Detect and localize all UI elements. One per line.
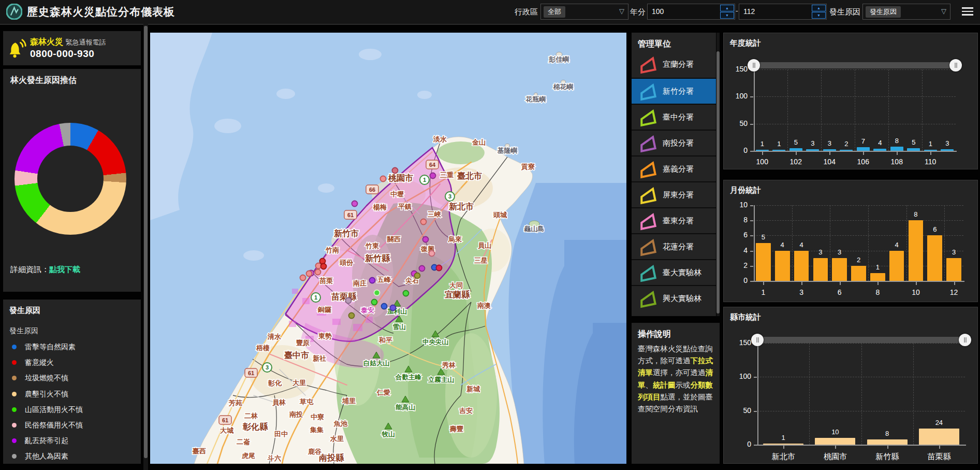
map[interactable]: 64666161611133 臺北市新北市桃園市新竹市新竹縣苗栗縣宜蘭縣臺中市彰… bbox=[150, 33, 626, 464]
bar-105[interactable] bbox=[840, 150, 853, 151]
bar-10[interactable] bbox=[909, 220, 924, 281]
cause-select[interactable]: 發生原因 ▽ bbox=[862, 4, 950, 20]
bar-108[interactable] bbox=[890, 147, 903, 151]
bar-109[interactable] bbox=[907, 148, 920, 151]
fire-point-marker[interactable] bbox=[315, 269, 321, 275]
range-slider-track[interactable] bbox=[748, 62, 962, 68]
management-item-臺東分署[interactable]: 臺東分署 bbox=[632, 207, 716, 233]
fire-point-marker[interactable] bbox=[419, 266, 425, 272]
fire-point-marker[interactable] bbox=[306, 271, 312, 277]
management-item-花蓮分署[interactable]: 花蓮分署 bbox=[632, 233, 716, 259]
range-slider-track[interactable] bbox=[751, 337, 971, 343]
bar-苗栗縣[interactable] bbox=[919, 429, 959, 445]
management-item-南投分署[interactable]: 南投分署 bbox=[632, 130, 716, 155]
bar-102[interactable] bbox=[789, 148, 802, 151]
fire-point-marker[interactable] bbox=[390, 305, 396, 311]
management-item-屏東分署[interactable]: 屏東分署 bbox=[632, 181, 716, 207]
bar-3[interactable] bbox=[794, 251, 809, 281]
legend-item-7[interactable]: 亂丟菸蒂引起 bbox=[3, 434, 141, 448]
bar-101[interactable] bbox=[772, 150, 785, 151]
menu-icon[interactable] bbox=[962, 7, 973, 17]
bar-106[interactable] bbox=[857, 147, 870, 151]
x-axis-tick bbox=[939, 446, 940, 449]
year-from-input[interactable]: 100 ▲ ▼ bbox=[647, 4, 735, 20]
management-item-臺大實驗林[interactable]: 臺大實驗林 bbox=[632, 259, 716, 285]
cause-donut-chart[interactable] bbox=[14, 123, 126, 235]
fire-point-marker[interactable] bbox=[415, 273, 420, 279]
instructions-highlight[interactable]: 統計圖 bbox=[653, 381, 676, 389]
management-item-新竹分署[interactable]: 新竹分署 bbox=[632, 78, 716, 104]
bar-桃園市[interactable] bbox=[815, 438, 855, 445]
fire-point-marker[interactable] bbox=[300, 275, 306, 281]
year-to-increment-button[interactable]: ▲ bbox=[812, 5, 826, 11]
bar-1[interactable] bbox=[756, 243, 771, 281]
range-slider-handle-right[interactable] bbox=[959, 334, 971, 346]
bar-8[interactable] bbox=[870, 273, 885, 281]
bar-100[interactable] bbox=[756, 150, 769, 151]
fire-point-marker[interactable] bbox=[370, 278, 375, 283]
fire-point-marker[interactable] bbox=[349, 313, 355, 319]
range-slider-handle-right[interactable] bbox=[949, 59, 962, 72]
fire-point-marker[interactable] bbox=[372, 300, 377, 305]
legend-item-3[interactable]: 垃圾燃燒不慎 bbox=[3, 371, 141, 386]
legend-item-5[interactable]: 山區活動用火不慎 bbox=[3, 403, 141, 417]
fire-point-marker[interactable] bbox=[436, 265, 442, 271]
map-label-中寮: 中寮 bbox=[311, 413, 324, 421]
fire-point-marker[interactable] bbox=[352, 201, 358, 207]
bar-9[interactable] bbox=[889, 251, 904, 281]
legend-item-8[interactable]: 其他人為因素 bbox=[3, 449, 141, 464]
bar-107[interactable] bbox=[873, 149, 886, 151]
fire-point-marker[interactable] bbox=[374, 290, 380, 296]
fire-point-marker[interactable] bbox=[320, 259, 326, 264]
fire-point-marker[interactable] bbox=[392, 168, 398, 174]
map-label-大城: 大城 bbox=[220, 426, 234, 434]
map-label-立霧主山: 立霧主山 bbox=[428, 376, 454, 383]
bar-11[interactable] bbox=[927, 235, 942, 281]
management-item-嘉義分署[interactable]: 嘉義分署 bbox=[632, 155, 716, 181]
bar-110[interactable] bbox=[924, 150, 937, 151]
legend-item-1[interactable]: 雷擊等自然因素 bbox=[3, 340, 141, 354]
management-scrollbar[interactable] bbox=[716, 33, 720, 316]
fire-point-marker[interactable] bbox=[421, 219, 427, 225]
year-to-input[interactable]: 112 ▲ ▼ bbox=[739, 4, 827, 20]
year-from-increment-button[interactable]: ▲ bbox=[720, 5, 734, 11]
fire-point-marker[interactable] bbox=[321, 264, 327, 269]
year-to-decrement-button[interactable]: ▼ bbox=[812, 12, 826, 19]
bar-2[interactable] bbox=[775, 251, 790, 281]
fire-point-marker[interactable] bbox=[381, 176, 386, 182]
map-label-竹東: 竹東 bbox=[365, 242, 379, 250]
bar-6[interactable] bbox=[832, 258, 847, 281]
download-link[interactable]: 點我下載 bbox=[49, 265, 80, 274]
fire-point-marker[interactable] bbox=[423, 237, 429, 243]
legend-item-4[interactable]: 農墾引火不慎 bbox=[3, 387, 141, 402]
range-slider-handle-left[interactable] bbox=[748, 59, 760, 72]
legend-item-2[interactable]: 蓄意縱火 bbox=[3, 355, 141, 370]
legend-item-6[interactable]: 民俗祭儀用火不慎 bbox=[3, 418, 141, 433]
management-item-臺中分署[interactable]: 臺中分署 bbox=[632, 104, 716, 130]
bar-7[interactable] bbox=[851, 266, 866, 281]
management-item-興大實驗林[interactable]: 興大實驗林 bbox=[632, 285, 716, 311]
bar-4[interactable] bbox=[813, 258, 828, 281]
bar-新竹縣[interactable] bbox=[867, 439, 908, 445]
range-slider-handle-left[interactable] bbox=[751, 334, 764, 346]
x-axis bbox=[756, 445, 966, 446]
district-select[interactable]: 全部 ▽ bbox=[540, 4, 628, 20]
fire-point-marker[interactable] bbox=[429, 251, 435, 257]
y-axis-tick-label: 8 bbox=[727, 216, 748, 224]
sidebar-scrollbar-thumb[interactable] bbox=[144, 26, 148, 458]
fire-point-marker[interactable] bbox=[403, 291, 409, 296]
bar-新北市[interactable] bbox=[763, 444, 803, 445]
fire-point-marker[interactable] bbox=[430, 173, 436, 179]
fire-point-marker[interactable] bbox=[346, 298, 352, 304]
fire-point-marker[interactable] bbox=[382, 304, 387, 309]
bar-103[interactable] bbox=[806, 149, 819, 151]
sidebar-scrollbar[interactable] bbox=[143, 24, 148, 470]
map-label-魚池: 魚池 bbox=[333, 420, 348, 428]
management-scrollbar-thumb[interactable] bbox=[716, 51, 720, 314]
bar-104[interactable] bbox=[823, 149, 836, 151]
bar-12[interactable] bbox=[946, 258, 961, 281]
management-item-宜蘭分署[interactable]: 宜蘭分署 bbox=[632, 52, 716, 78]
bar-111[interactable] bbox=[941, 149, 954, 151]
year-from-decrement-button[interactable]: ▼ bbox=[720, 12, 734, 19]
y-axis-tick bbox=[754, 411, 757, 412]
